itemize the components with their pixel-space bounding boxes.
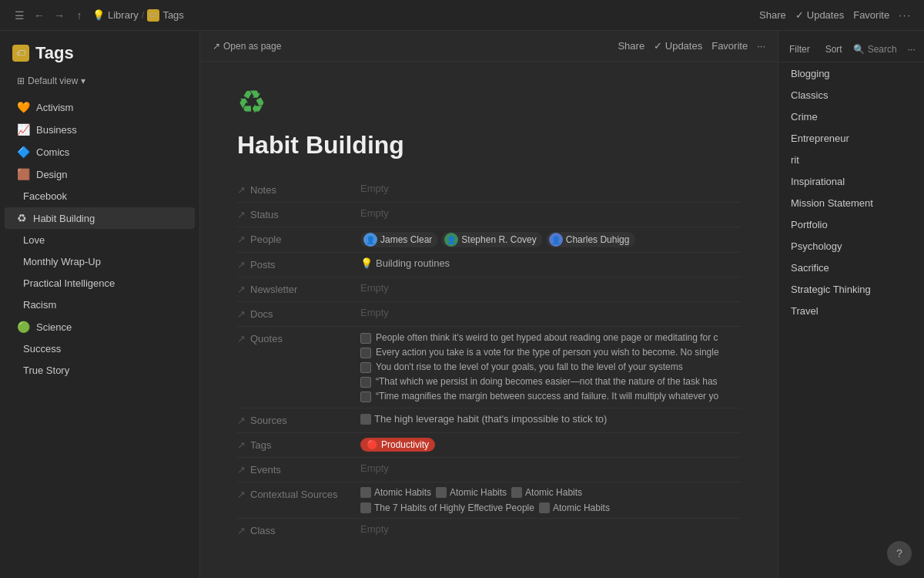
productivity-tag[interactable]: 🔴Productivity — [360, 438, 435, 452]
sidebar-item-activism[interactable]: 🧡Activism — [5, 96, 195, 118]
nav-back-icon[interactable]: ← — [32, 8, 46, 22]
quote-item[interactable]: “That which we persist in doing becomes … — [360, 375, 741, 388]
sidebar-item-racism[interactable]: Racism — [5, 294, 195, 315]
sidebar-item-practical-intelligence[interactable]: Practical Intelligence — [5, 273, 195, 294]
prop-key: ↗Events — [237, 462, 360, 476]
quote-doc-icon — [360, 362, 371, 373]
sidebar-item-success[interactable]: Success — [5, 338, 195, 359]
default-view-btn[interactable]: ⊞ Default view ▾ — [12, 72, 90, 89]
prop-value-docs: Empty — [360, 307, 741, 318]
person-tag[interactable]: 👤Charles Duhigg — [546, 232, 636, 247]
right-tag-item-travel[interactable]: Travel — [782, 301, 921, 321]
more-options-content[interactable]: ··· — [757, 40, 765, 52]
ctx-doc-icon — [360, 502, 371, 513]
prop-row-contextual-sources: ↗Contextual SourcesAtomic HabitsAtomic H… — [237, 482, 741, 519]
prop-arrow-icon: ↗ — [237, 464, 246, 476]
right-tag-item-mission-statement[interactable]: Mission Statement — [782, 193, 921, 213]
sidebar-item-label: Practical Intelligence — [23, 277, 115, 289]
prop-value-people: 👤James Clear👤Stephen R. Covey👤Charles Du… — [360, 232, 741, 247]
more-options-panel[interactable]: ··· — [903, 42, 920, 56]
quote-item[interactable]: Every action you take is a vote for the … — [360, 346, 741, 359]
sidebar-item-comics[interactable]: 🔷Comics — [5, 141, 195, 163]
prop-value-posts: 💡Building routines — [360, 257, 741, 269]
source-item[interactable]: The high leverage habit (that's impossib… — [360, 413, 607, 425]
sidebar-item-emoji: ♻ — [17, 212, 27, 224]
library-label[interactable]: Library — [108, 9, 139, 21]
main-layout: 🏷 Tags ⊞ Default view ▾ 🧡Activism📈Busine… — [0, 31, 924, 578]
prop-arrow-icon: ↗ — [237, 184, 246, 196]
topbar: ☰ ← → ↑ 💡 Library / 🏷 Tags Share ✓ Updat… — [0, 0, 924, 31]
share-btn-content[interactable]: Share — [618, 40, 644, 52]
right-tag-item-sacrifice[interactable]: Sacrifice — [782, 257, 921, 278]
prop-value-class: Empty — [360, 523, 741, 535]
contextual-source-item[interactable]: The 7 Habits of Highly Effective People — [360, 502, 534, 513]
contextual-source-item[interactable]: Atomic Habits — [436, 487, 507, 498]
prop-arrow-icon: ↗ — [237, 308, 246, 320]
right-tag-item-classics[interactable]: Classics — [782, 85, 921, 106]
favorite-btn-top[interactable]: Favorite — [853, 9, 889, 21]
filter-btn[interactable]: Filter — [785, 42, 815, 56]
sidebar-item-business[interactable]: 📈Business — [5, 119, 195, 140]
prop-arrow-icon: ↗ — [237, 333, 246, 344]
quote-item[interactable]: People often think it's weird to get hyp… — [360, 331, 741, 344]
open-as-page-btn[interactable]: ↗ Open as page — [213, 41, 281, 52]
prop-arrow-icon: ↗ — [237, 284, 246, 295]
quote-doc-icon — [360, 377, 371, 388]
breadcrumb-sep: / — [142, 9, 145, 21]
sidebar-item-label: Comics — [36, 146, 69, 158]
check-icon: ✓ — [795, 9, 804, 21]
sidebar-item-label: Love — [23, 234, 45, 246]
sidebar-item-label: Success — [23, 343, 61, 355]
contextual-source-item[interactable]: Atomic Habits — [360, 487, 431, 498]
person-tag[interactable]: 👤James Clear — [360, 232, 438, 247]
updates-btn-top[interactable]: ✓ Updates — [795, 9, 844, 21]
right-tag-item-crime[interactable]: Crime — [782, 106, 921, 127]
updates-btn-content[interactable]: ✓ Updates — [654, 40, 702, 52]
share-btn-top[interactable]: Share — [759, 9, 786, 21]
person-tag[interactable]: 👤Stephen R. Covey — [441, 232, 542, 247]
sidebar-item-design[interactable]: 🟫Design — [5, 163, 195, 185]
right-tag-item-rit[interactable]: rit — [782, 150, 921, 170]
sidebar-item-science[interactable]: 🟢Science — [5, 316, 195, 338]
prop-arrow-icon: ↗ — [237, 234, 246, 245]
right-tag-item-strategic-thinking[interactable]: Strategic Thinking — [782, 279, 921, 300]
nav-forward-icon[interactable]: → — [52, 8, 66, 22]
sidebar-item-monthly-wrap-up[interactable]: Monthly Wrap-Up — [5, 251, 195, 272]
arrow-up-right-icon: ↗ — [213, 41, 220, 52]
prop-key: ↗Status — [237, 207, 360, 220]
prop-value-sources: The high leverage habit (that's impossib… — [360, 413, 741, 425]
contextual-source-item[interactable]: Atomic Habits — [511, 487, 582, 498]
sidebar-item-facebook[interactable]: Facebook — [5, 186, 195, 207]
sort-btn[interactable]: Sort — [821, 42, 847, 56]
sidebar-item-true-story[interactable]: True Story — [5, 360, 195, 381]
favorite-btn-content[interactable]: Favorite — [711, 40, 748, 52]
right-tag-item-blogging[interactable]: Blogging — [782, 63, 921, 84]
quote-item[interactable]: You don't rise to the level of your goal… — [360, 361, 741, 374]
tags-breadcrumb-label[interactable]: Tags — [162, 9, 183, 21]
menu-icon[interactable]: ☰ — [12, 8, 26, 22]
more-options-top[interactable]: ··· — [899, 9, 912, 21]
right-tag-item-psychology[interactable]: Psychology — [782, 236, 921, 257]
prop-value-notes: Empty — [360, 183, 741, 194]
contextual-source-item[interactable]: Atomic Habits — [539, 502, 610, 513]
prop-value-tags: 🔴Productivity — [360, 438, 741, 452]
sidebar-item-label: Science — [36, 321, 72, 333]
chevron-down-icon: ▾ — [81, 76, 85, 86]
right-tag-item-inspirational[interactable]: Inspirational — [782, 171, 921, 192]
right-tag-item-entrepreneur[interactable]: Entrepreneur — [782, 128, 921, 149]
right-tag-item-portfolio[interactable]: Portfolio — [782, 214, 921, 235]
sidebar-item-habit-building[interactable]: ♻Habit Building — [5, 207, 195, 229]
prop-arrow-icon: ↗ — [237, 259, 246, 271]
post-tag[interactable]: 💡Building routines — [360, 257, 450, 269]
quote-item[interactable]: “Time magnifies the margin between succe… — [360, 390, 741, 403]
nav-up-icon[interactable]: ↑ — [72, 8, 86, 22]
prop-key: ↗Notes — [237, 183, 360, 196]
prop-key: ↗Tags — [237, 438, 360, 451]
prop-arrow-icon: ↗ — [237, 489, 246, 500]
prop-key: ↗Newsletter — [237, 282, 360, 295]
prop-row-docs: ↗DocsEmpty — [237, 302, 741, 327]
help-btn[interactable]: ? — [887, 541, 912, 566]
sidebar-item-love[interactable]: Love — [5, 230, 195, 250]
prop-key: ↗Class — [237, 523, 360, 536]
red-circle-icon: 🔴 — [367, 439, 378, 450]
